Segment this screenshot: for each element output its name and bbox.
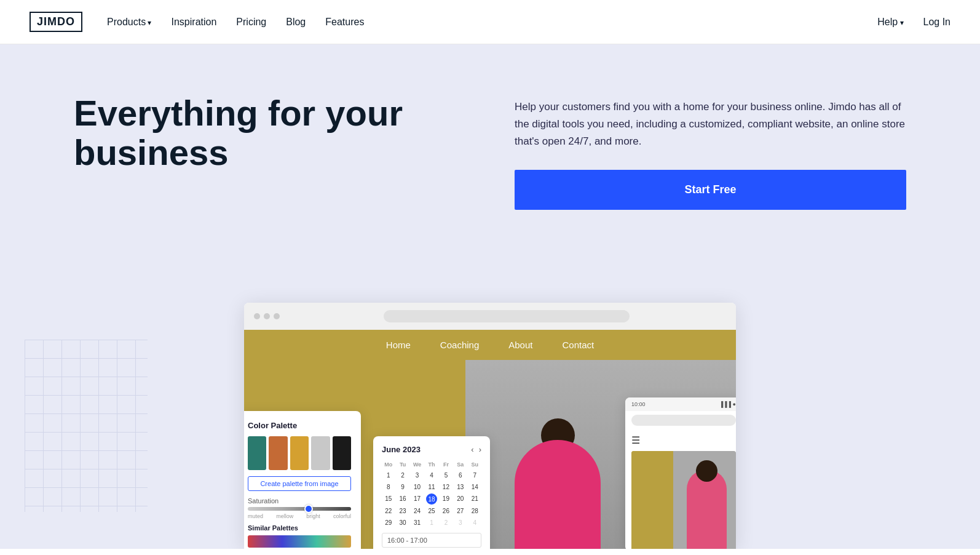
nav-link-inspiration[interactable]: Inspiration [172,17,217,27]
cal-day-next-4[interactable]: 4 [468,517,481,528]
mobile-status-bar: 10:00 ▐▐▐ ● [625,397,736,411]
nav-link-login[interactable]: Log In [923,17,950,28]
cal-day-11[interactable]: 11 [425,482,438,492]
cal-day-2[interactable]: 2 [396,470,409,481]
calendar-grid: Mo Tu We Th Fr Sa Su 1 2 3 4 5 6 7 8 [382,460,481,528]
calendar-month: June 2023 [382,445,421,454]
mockup-section: Home Coaching About Contact [0,303,980,549]
browser-dot-1 [254,313,260,319]
cal-day-next-2[interactable]: 2 [440,517,452,528]
calendar-nav[interactable]: ‹ › [471,445,481,454]
cal-day-6[interactable]: 6 [454,470,467,481]
logo[interactable]: JIMDO [30,12,82,32]
website-nav-coaching[interactable]: Coaching [440,340,479,350]
mobile-menu-icon[interactable]: ☰ [625,429,736,451]
create-palette-button[interactable]: Create palette from image [248,476,351,491]
calendar-card: June 2023 ‹ › Mo Tu We Th Fr Sa Su 1 [373,436,490,549]
nav-link-blog[interactable]: Blog [286,17,306,27]
cal-day-25[interactable]: 25 [425,506,438,516]
swatch-5 [333,436,351,470]
step-muted: muted [248,513,263,519]
prev-month-button[interactable]: ‹ [471,445,473,454]
saturation-bar[interactable] [248,507,351,511]
saturation-label: Saturation [248,497,351,505]
cal-day-19[interactable]: 19 [440,493,452,505]
hero-description: Help your customers find you with a home… [515,98,906,150]
cal-day-8[interactable]: 8 [382,482,395,492]
cal-day-27[interactable]: 27 [454,506,467,516]
hero-content: Everything for your business Help your c… [74,94,906,210]
cal-day-4[interactable]: 4 [425,470,438,481]
cal-day-16[interactable]: 16 [396,493,409,505]
website-nav-home[interactable]: Home [386,340,411,350]
mobile-url-bar[interactable] [631,415,736,426]
cal-day-26[interactable]: 26 [440,506,452,516]
hero-left: Everything for your business [74,94,465,172]
grid-background [25,340,148,512]
website-nav-about[interactable]: About [508,340,532,350]
nav-link-features[interactable]: Features [325,17,364,27]
cal-day-20[interactable]: 20 [454,493,467,505]
cal-day-10[interactable]: 10 [411,482,424,492]
saturation-steps: muted mellow bright colorful [248,513,351,519]
cal-day-next-3[interactable]: 3 [454,517,467,528]
step-mellow: mellow [276,513,293,519]
saturation-thumb[interactable] [304,505,313,513]
next-month-button[interactable]: › [479,445,481,454]
website-nav-bar: Home Coaching About Contact [244,330,736,360]
browser-dots [254,313,280,319]
nav-link-products[interactable]: Products [107,17,151,27]
website-nav-contact[interactable]: Contact [562,340,594,350]
nav-item-pricing[interactable]: Pricing [236,17,266,28]
cal-day-31[interactable]: 31 [411,517,424,528]
start-free-button[interactable]: Start Free [515,170,906,210]
cal-day-7[interactable]: 7 [468,470,481,481]
browser-bar [244,303,736,330]
palette-title: Color Palette [248,421,351,430]
similar-palettes-label: Similar Palettes [248,524,351,532]
cal-header-mo: Mo [382,460,395,469]
cal-day-5[interactable]: 5 [440,470,452,481]
swatch-1 [248,436,266,470]
cal-header-sa: Sa [454,460,467,469]
hero-right: Help your customers find you with a home… [515,94,906,210]
cal-day-17[interactable]: 17 [411,493,424,505]
swatch-4 [311,436,330,470]
cal-day-29[interactable]: 29 [382,517,395,528]
cal-day-30[interactable]: 30 [396,517,409,528]
cal-day-15[interactable]: 15 [382,493,395,505]
cal-day-1[interactable]: 1 [382,470,395,481]
nav-item-blog[interactable]: Blog [286,17,306,28]
cal-day-22[interactable]: 22 [382,506,395,516]
browser-dot-2 [264,313,270,319]
nav-link-help[interactable]: Help [877,17,903,28]
cal-day-next-1[interactable]: 1 [425,517,438,528]
nav-link-pricing[interactable]: Pricing [236,17,266,27]
cal-day-14[interactable]: 14 [468,482,481,492]
browser-dot-3 [274,313,280,319]
calendar-header: June 2023 ‹ › [382,445,481,454]
browser-mockup: Home Coaching About Contact [244,303,736,549]
cal-day-24[interactable]: 24 [411,506,424,516]
mobile-content [625,451,736,549]
cal-day-9[interactable]: 9 [396,482,409,492]
step-bright: bright [306,513,320,519]
nav-item-products[interactable]: Products [107,17,151,28]
hero-title: Everything for your business [74,94,465,172]
cal-day-3[interactable]: 3 [411,470,424,481]
browser-url-bar [384,310,630,322]
cal-header-we: We [411,460,424,469]
mobile-status-icons: ▐▐▐ ● [719,401,736,407]
nav-item-inspiration[interactable]: Inspiration [172,17,217,28]
cal-day-18[interactable]: 18 [426,493,437,505]
cal-header-th: Th [425,460,438,469]
cal-day-21[interactable]: 21 [468,493,481,505]
nav-item-features[interactable]: Features [325,17,364,28]
cal-day-23[interactable]: 23 [396,506,409,516]
step-colorful: colorful [333,513,351,519]
cal-day-12[interactable]: 12 [440,482,452,492]
time-input[interactable] [382,533,481,548]
cal-day-28[interactable]: 28 [468,506,481,516]
cal-day-13[interactable]: 13 [454,482,467,492]
nav-links: Products Inspiration Pricing Blog Featur… [107,17,364,28]
